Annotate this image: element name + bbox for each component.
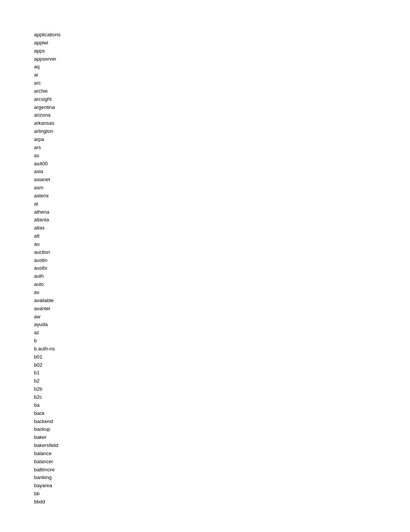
list-item: asia <box>34 168 410 176</box>
list-item: back <box>34 410 410 418</box>
list-item: arkansas <box>34 119 410 127</box>
main-list: applicationsapplwiappsappserveraqararcar… <box>0 0 410 522</box>
list-item: applications <box>34 31 410 39</box>
list-item: at <box>34 200 410 208</box>
list-item: att <box>34 232 410 240</box>
list-item: b1 <box>34 369 410 377</box>
list-item: aw <box>34 313 410 321</box>
list-item: backup <box>34 425 410 433</box>
list-item: b <box>34 337 410 345</box>
list-item: asterix <box>34 192 410 200</box>
list-item: b01 <box>34 353 410 361</box>
list-item: baker <box>34 433 410 442</box>
list-item: ayuda <box>34 321 410 329</box>
list-item: az <box>34 329 410 337</box>
list-item: atlanta <box>34 216 410 224</box>
list-item: arpa <box>34 136 410 144</box>
list-item: austin <box>34 257 410 265</box>
list-item: atlas <box>34 224 410 232</box>
list-item: balancer <box>34 458 410 466</box>
list-item: auction <box>34 248 410 257</box>
list-item: avantel <box>34 305 410 313</box>
list-item: arlington <box>34 127 410 136</box>
list-item: backend <box>34 418 410 426</box>
list-item: applwi <box>34 39 410 47</box>
list-item: b.auth-ns <box>34 345 410 353</box>
list-item: as400 <box>34 160 410 168</box>
list-item: athena <box>34 208 410 216</box>
list-item: b02 <box>34 361 410 369</box>
list-item: bbdd <box>34 498 410 506</box>
list-item: arizona <box>34 111 410 119</box>
list-item: arcsight <box>34 95 410 104</box>
list-item: b2c <box>34 393 410 401</box>
list-item: archie <box>34 87 410 95</box>
list-item: as <box>34 152 410 160</box>
list-item: baltimore <box>34 466 410 474</box>
list-item: ba <box>34 401 410 410</box>
list-item: bayarea <box>34 482 410 490</box>
list-item: balance <box>34 450 410 458</box>
list-item: av <box>34 289 410 297</box>
list-item: bakersfield <box>34 442 410 450</box>
list-item: banking <box>34 474 410 482</box>
list-item: bb <box>34 490 410 498</box>
list-item: available <box>34 297 410 305</box>
list-item: asianet <box>34 176 410 184</box>
list-item: ar <box>34 71 410 79</box>
list-item: asm <box>34 184 410 192</box>
list-item: auth <box>34 272 410 280</box>
list-item: b2b <box>34 385 410 393</box>
list-item: arc <box>34 79 410 87</box>
list-item: ars <box>34 144 410 152</box>
list-item: au <box>34 240 410 248</box>
list-item: aq <box>34 63 410 71</box>
list-item: austtx <box>34 264 410 272</box>
list-item: auto <box>34 280 410 289</box>
list-item: argentina <box>34 104 410 112</box>
list-item: b2 <box>34 377 410 385</box>
list-item: apps <box>34 47 410 55</box>
list-item: appserver <box>34 55 410 63</box>
